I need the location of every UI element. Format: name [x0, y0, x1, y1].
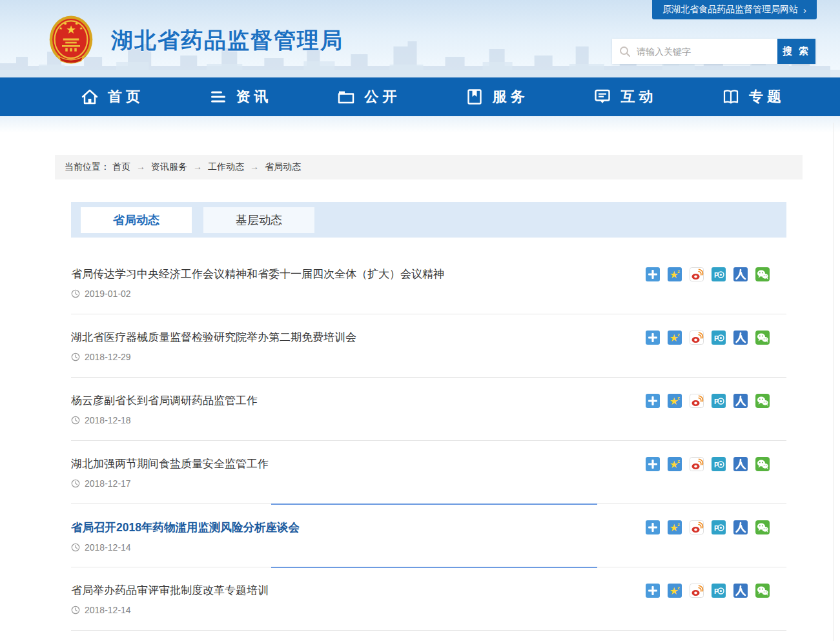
weibo-icon[interactable] — [690, 394, 704, 408]
share-button-group: ★zP — [646, 394, 786, 408]
share-button-group: ★zP — [646, 457, 786, 471]
svg-text:★: ★ — [75, 21, 79, 26]
svg-text:z: z — [677, 395, 680, 401]
tencent-weibo-icon[interactable]: P — [712, 457, 726, 471]
old-site-link-label: 原湖北省食品药品监督管理局网站 — [662, 4, 798, 15]
renren-icon[interactable] — [733, 584, 748, 598]
search-bar: 搜 索 — [612, 39, 815, 64]
qzone-icon[interactable]: ★z — [668, 520, 682, 534]
news-title-link[interactable]: 湖北省医疗器械质量监督检验研究院举办第二期免费培训会 — [71, 330, 356, 345]
nav-item-3[interactable]: 公开 — [334, 77, 403, 116]
breadcrumb-separator: → — [136, 161, 145, 172]
share-plus-icon[interactable] — [646, 267, 660, 281]
news-row: 湖北加强两节期间食盐质量安全监管工作 ★zP 2018-12-17 — [71, 441, 786, 504]
tencent-weibo-icon[interactable]: P — [712, 584, 726, 598]
tab-2[interactable]: 基层动态 — [203, 207, 314, 233]
tab-strip: 省局动态 基层动态 — [71, 202, 786, 238]
nav-item-4[interactable]: 服务 — [462, 77, 531, 116]
tab-1[interactable]: 省局动态 — [81, 207, 192, 233]
renren-icon[interactable] — [733, 520, 748, 534]
news-title-link[interactable]: 省局举办药品审评审批制度改革专题培训 — [71, 583, 269, 598]
renren-icon[interactable] — [733, 394, 748, 408]
news-date: 2018-12-14 — [85, 605, 131, 615]
nav-item-label: 服务 — [493, 87, 529, 107]
breadcrumb-label: 当前位置： — [65, 161, 110, 173]
bookmark-book-icon — [465, 87, 484, 107]
news-row: 省局召开2018年药物滥用监测风险分析座谈会 ★zP 2018-12-14 — [71, 504, 786, 567]
share-button-group: ★zP — [646, 520, 786, 534]
wechat-icon[interactable] — [755, 584, 770, 598]
news-list: 省局传达学习中央经济工作会议精神和省委十一届四次全体（扩大）会议精神 ★zP 2… — [71, 238, 786, 631]
nav-item-label: 互动 — [620, 87, 657, 107]
svg-text:z: z — [677, 332, 680, 338]
share-plus-icon[interactable] — [646, 520, 660, 534]
breadcrumb-item[interactable]: 资讯服务 — [151, 161, 187, 172]
breadcrumb-item[interactable]: 工作动态 — [208, 161, 244, 172]
breadcrumb-separator: → — [250, 161, 259, 172]
renren-icon[interactable] — [733, 457, 748, 471]
site-title: 湖北省药品监督管理局 — [111, 26, 343, 56]
renren-icon[interactable] — [733, 331, 748, 345]
news-list-icon — [209, 87, 228, 107]
news-title-link[interactable]: 省局召开2018年药物滥用监测风险分析座谈会 — [71, 520, 300, 535]
breadcrumb-item[interactable]: 首页 — [112, 161, 130, 172]
news-row: 杨云彦副省长到省局调研药品监管工作 ★zP 2018-12-18 — [71, 378, 786, 441]
share-plus-icon[interactable] — [646, 394, 660, 408]
share-plus-icon[interactable] — [646, 457, 660, 471]
qzone-icon[interactable]: ★z — [668, 457, 682, 471]
weibo-icon[interactable] — [690, 584, 704, 598]
nav-item-6[interactable]: 专题 — [719, 77, 788, 116]
clock-icon — [71, 352, 80, 361]
qzone-icon[interactable]: ★z — [668, 331, 682, 345]
clock-icon — [71, 605, 80, 615]
open-book-icon — [721, 87, 741, 107]
news-title-link[interactable]: 省局传达学习中央经济工作会议精神和省委十一届四次全体（扩大）会议精神 — [71, 267, 444, 281]
share-plus-icon[interactable] — [646, 331, 660, 345]
weibo-icon[interactable] — [690, 520, 704, 534]
old-site-link[interactable]: 原湖北省食品药品监督管理局网站 › — [652, 0, 817, 19]
search-button[interactable]: 搜 索 — [777, 39, 815, 64]
breadcrumb-item[interactable]: 省局动态 — [265, 161, 301, 172]
news-date: 2018-12-18 — [85, 415, 131, 425]
site-header: ★ ★ ★ ★ ★ 湖北省药品监督管理局 原湖北省食品药品监督管理局网站 › 搜… — [0, 0, 840, 77]
tencent-weibo-icon[interactable]: P — [712, 331, 726, 345]
qzone-icon[interactable]: ★z — [668, 584, 682, 598]
svg-text:z: z — [677, 585, 680, 591]
clock-icon — [71, 289, 80, 298]
tencent-weibo-icon[interactable]: P — [712, 394, 726, 408]
weibo-icon[interactable] — [690, 457, 704, 471]
qzone-icon[interactable]: ★z — [668, 267, 682, 281]
search-icon — [619, 45, 631, 58]
qzone-icon[interactable]: ★z — [668, 394, 682, 408]
wechat-icon[interactable] — [755, 520, 770, 534]
nav-item-5[interactable]: 互动 — [590, 77, 659, 116]
news-date: 2019-01-02 — [85, 289, 131, 299]
share-button-group: ★zP — [646, 267, 786, 281]
tencent-weibo-icon[interactable]: P — [712, 520, 726, 534]
news-title-link[interactable]: 湖北加强两节期间食盐质量安全监管工作 — [71, 456, 269, 471]
main-container: 当前位置： 首页→资讯服务→工作动态→省局动态 省局动态 基层动态 省局传达学习… — [55, 155, 803, 631]
wechat-icon[interactable] — [755, 457, 770, 471]
navbar-items: 首页 资讯 公开 服务 互动 专题 — [77, 77, 788, 116]
wechat-icon[interactable] — [755, 394, 770, 408]
news-date: 2018-12-17 — [85, 478, 131, 489]
wechat-icon[interactable] — [755, 331, 770, 345]
header-fade — [0, 116, 840, 133]
nav-item-1[interactable]: 首页 — [77, 77, 147, 116]
news-title-link[interactable]: 杨云彦副省长到省局调研药品监管工作 — [71, 393, 258, 408]
nav-item-label: 专题 — [749, 87, 785, 107]
tencent-weibo-icon[interactable]: P — [712, 267, 726, 281]
nav-item-label: 公开 — [364, 87, 400, 107]
page-edge-divider — [833, 123, 834, 641]
share-plus-icon[interactable] — [646, 584, 660, 598]
weibo-icon[interactable] — [690, 331, 704, 345]
svg-text:★: ★ — [63, 21, 67, 26]
national-emblem: ★ ★ ★ ★ ★ — [48, 13, 94, 68]
breadcrumb: 当前位置： 首页→资讯服务→工作动态→省局动态 — [55, 155, 803, 179]
weibo-icon[interactable] — [690, 267, 704, 281]
nav-item-2[interactable]: 资讯 — [206, 77, 275, 116]
search-input[interactable] — [637, 46, 771, 57]
wechat-icon[interactable] — [755, 267, 770, 281]
renren-icon[interactable] — [733, 267, 748, 281]
chat-icon — [593, 87, 612, 107]
